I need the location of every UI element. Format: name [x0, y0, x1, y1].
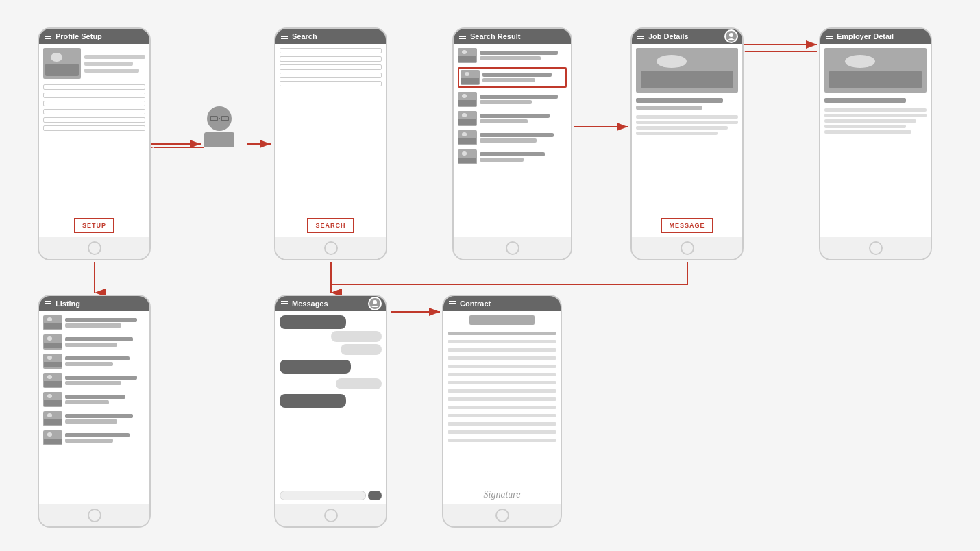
send-button[interactable] [368, 491, 382, 500]
profile-setup-title: Profile Setup [56, 32, 102, 40]
phone-listing: Listing [38, 295, 151, 528]
contract-title: Contract [460, 299, 491, 308]
setup-button[interactable]: SETUP [74, 218, 114, 233]
search-field-2[interactable] [280, 56, 382, 62]
messages-header: Messages [275, 296, 386, 311]
home-button[interactable] [869, 241, 883, 255]
listing-body [39, 311, 149, 504]
search-field-5[interactable] [280, 81, 382, 86]
msg-recv-3 [336, 378, 382, 389]
home-button[interactable] [495, 509, 509, 522]
employer-desc-5 [824, 130, 911, 134]
message-button[interactable]: MESSAGE [661, 218, 713, 233]
listing-header: Listing [39, 296, 149, 311]
search-result-title: Search Result [470, 32, 520, 40]
hamburger-icon [637, 34, 644, 40]
hamburger-icon [45, 34, 51, 40]
search-title: Search [292, 32, 317, 40]
employer-detail-footer [820, 237, 931, 259]
profile-setup-footer [39, 237, 149, 259]
listing-thumb-5 [43, 392, 62, 407]
listing-item-6[interactable] [43, 411, 145, 426]
search-button[interactable]: SEARCH [307, 218, 354, 233]
listing-item-1[interactable] [43, 315, 145, 330]
employer-desc-4 [824, 125, 906, 128]
home-button[interactable] [681, 241, 694, 255]
form-field-2[interactable] [43, 93, 145, 98]
listing-item-7[interactable] [43, 430, 145, 445]
home-button[interactable] [88, 509, 101, 522]
contract-body: Signature [443, 311, 561, 504]
job-title-line [636, 98, 723, 103]
search-field-1[interactable] [280, 48, 382, 53]
contract-line-9 [448, 397, 556, 401]
messages-profile-icon[interactable] [368, 297, 382, 310]
msg-sent-2 [280, 360, 351, 374]
listing-lines-2 [65, 337, 145, 347]
search-result-footer [454, 237, 571, 259]
hamburger-icon [449, 301, 456, 307]
form-field-3[interactable] [43, 101, 145, 106]
result-item-1[interactable] [458, 48, 567, 63]
home-button[interactable] [324, 241, 338, 255]
message-input[interactable] [280, 491, 366, 500]
form-field-5[interactable] [43, 117, 145, 123]
home-button[interactable] [88, 241, 101, 255]
hamburger-icon [45, 301, 51, 307]
employer-detail-title: Employer Detail [837, 32, 894, 40]
listing-item-2[interactable] [43, 334, 145, 350]
result-thumb-6 [458, 149, 477, 164]
job-details-profile-icon[interactable] [724, 29, 738, 43]
phone-profile-setup: Profile Setup SETUP [38, 27, 151, 260]
contract-line-2 [448, 340, 556, 343]
search-result-header: Search Result [454, 29, 571, 44]
listing-lines-7 [65, 433, 145, 443]
phone-search-result: Search Result [452, 27, 572, 260]
hamburger-icon [281, 301, 288, 307]
contract-line-5 [448, 365, 556, 368]
messages-title: Messages [292, 299, 328, 308]
listing-item-4[interactable] [43, 373, 145, 388]
result-item-5[interactable] [458, 130, 567, 145]
result-thumb-5 [458, 130, 477, 145]
contract-line-8 [448, 389, 556, 393]
employer-name-line [824, 98, 906, 103]
employer-desc-3 [824, 119, 916, 123]
listing-item-5[interactable] [43, 392, 145, 407]
employer-desc-1 [824, 108, 927, 112]
listing-thumb-1 [43, 315, 62, 330]
hamburger-icon [459, 34, 466, 40]
contract-line-13 [448, 430, 556, 434]
home-button[interactable] [324, 509, 338, 522]
result-item-2-selected[interactable] [458, 67, 567, 88]
listing-thumb-2 [43, 334, 62, 350]
diagram-container: Profile Setup SETUP [0, 0, 980, 551]
home-button[interactable] [506, 241, 519, 255]
form-field-6[interactable] [43, 125, 145, 131]
form-field-1[interactable] [43, 84, 145, 90]
result-thumb-3 [458, 92, 477, 107]
result-item-6[interactable] [458, 149, 567, 164]
user-head [207, 106, 232, 131]
employer-image [824, 48, 927, 93]
job-desc-1 [636, 115, 738, 119]
result-item-4[interactable] [458, 111, 567, 126]
messages-footer [275, 504, 386, 526]
result-item-3[interactable] [458, 92, 567, 107]
phone-contract: Contract Signature [442, 295, 562, 528]
form-field-4[interactable] [43, 109, 145, 114]
job-details-footer [632, 237, 742, 259]
msg-sent-3 [280, 394, 346, 408]
result-lines-1 [480, 51, 567, 60]
contract-line-4 [448, 356, 556, 360]
search-field-3[interactable] [280, 64, 382, 70]
employer-detail-body [820, 44, 931, 237]
job-desc-3 [636, 126, 728, 130]
result-thumb-1 [458, 48, 477, 63]
msg-sent-1 [280, 315, 346, 329]
result-lines-3 [480, 95, 567, 104]
result-lines-4 [480, 114, 567, 123]
search-field-4[interactable] [280, 73, 382, 78]
listing-lines-3 [65, 356, 145, 366]
listing-item-3[interactable] [43, 354, 145, 369]
